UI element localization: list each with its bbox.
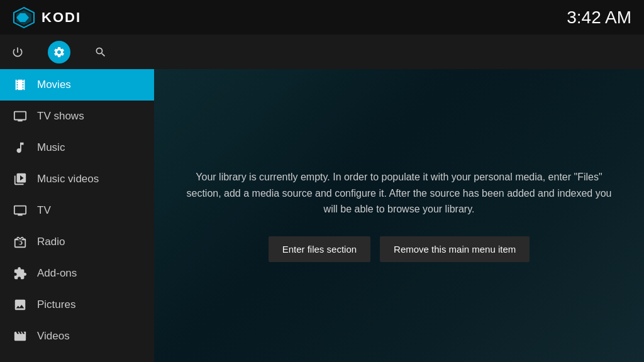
add-ons-label: Add-ons — [37, 267, 77, 280]
pictures-icon — [13, 297, 28, 312]
sidebar-item-pictures[interactable]: Pictures — [0, 289, 154, 321]
radio-label: Radio — [37, 236, 65, 248]
music-label: Music — [37, 141, 65, 154]
add-ons-icon — [13, 266, 28, 281]
search-button[interactable] — [89, 41, 112, 63]
movies-label: Movies — [37, 79, 71, 91]
tv-shows-label: TV shows — [37, 110, 84, 123]
remove-menu-item-button[interactable]: Remove this main menu item — [380, 236, 530, 262]
content-buttons: Enter files section Remove this main men… — [179, 236, 619, 262]
music-videos-icon — [13, 172, 28, 187]
content-area: Your library is currently empty. In orde… — [154, 69, 644, 362]
tv-shows-icon — [13, 109, 28, 124]
settings-icon — [53, 46, 65, 58]
sidebar-item-tv-shows[interactable]: TV shows — [0, 101, 154, 132]
header: KODI 3:42 AM — [0, 0, 644, 35]
icon-bar — [0, 35, 644, 69]
sidebar-item-tv[interactable]: TV — [0, 195, 154, 226]
music-icon — [13, 140, 28, 155]
sidebar: Movies TV shows Music Music videos TV — [0, 69, 154, 362]
sidebar-item-add-ons[interactable]: Add-ons — [0, 258, 154, 289]
header-left: KODI — [13, 6, 81, 29]
search-icon — [94, 46, 107, 58]
clock: 3:42 AM — [567, 8, 631, 28]
music-videos-label: Music videos — [37, 173, 99, 185]
sidebar-item-movies[interactable]: Movies — [0, 69, 154, 101]
pictures-label: Pictures — [37, 299, 75, 311]
videos-label: Videos — [37, 330, 70, 343]
sidebar-item-radio[interactable]: Radio — [0, 226, 154, 258]
videos-icon — [13, 329, 28, 344]
app-title: KODI — [42, 9, 81, 26]
sidebar-item-music-videos[interactable]: Music videos — [0, 163, 154, 195]
sidebar-item-music[interactable]: Music — [0, 132, 154, 163]
content-inner: Your library is currently empty. In orde… — [179, 169, 619, 262]
sidebar-item-videos[interactable]: Videos — [0, 321, 154, 352]
power-button[interactable] — [6, 41, 29, 63]
movies-icon — [13, 77, 28, 92]
main-area: Movies TV shows Music Music videos TV — [0, 69, 644, 362]
power-icon — [11, 46, 24, 58]
settings-button[interactable] — [48, 41, 70, 63]
empty-library-message: Your library is currently empty. In orde… — [179, 169, 619, 217]
radio-icon — [13, 234, 28, 250]
tv-icon — [13, 203, 28, 218]
enter-files-section-button[interactable]: Enter files section — [269, 236, 370, 262]
kodi-logo-icon — [13, 6, 35, 29]
tv-label: TV — [37, 204, 51, 217]
